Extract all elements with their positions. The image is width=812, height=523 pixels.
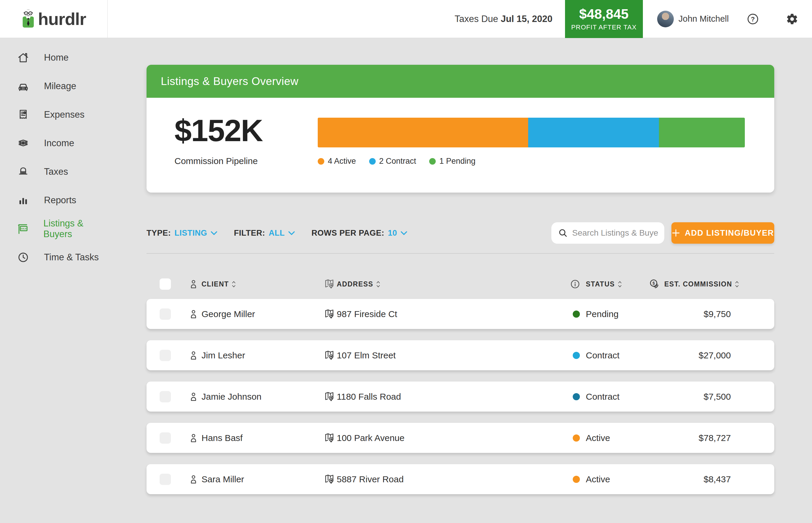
sidebar-item-label: Time & Tasks: [44, 252, 99, 263]
coin-icon: $: [649, 278, 660, 290]
profit-after-tax-widget[interactable]: $48,845 PROFIT AFTER TAX: [565, 0, 643, 38]
status-label: Pending: [586, 309, 618, 319]
estimated-commission: $9,750: [704, 309, 731, 319]
row-checkbox[interactable]: [160, 308, 171, 320]
table-row[interactable]: Jamie Johnson 1180 Falls Road Contract $…: [146, 382, 774, 412]
table-row[interactable]: Sara Miller 5887 River Road Active $8,43…: [146, 464, 774, 494]
sidebar-item-label: Mileage: [44, 81, 76, 92]
table-divider: [146, 253, 774, 254]
sidebar-item-time-tasks[interactable]: Time & Tasks: [0, 243, 108, 272]
table-header: CLIENT ADDRESS STATUS $: [146, 269, 774, 299]
chevron-down-icon: [401, 231, 407, 235]
row-checkbox[interactable]: [160, 432, 171, 444]
brand-name: hurdlr: [38, 9, 86, 29]
search-input[interactable]: [572, 228, 658, 238]
sidebar-item-listings-buyers[interactable]: SALE Listings & Buyers: [0, 215, 108, 243]
profit-amount: $48,845: [579, 6, 629, 22]
taxes-due-date: Jul 15, 2020: [501, 14, 553, 24]
person-icon: [188, 391, 199, 402]
tophat-icon: [17, 165, 30, 178]
client-name: Hans Basf: [201, 433, 242, 443]
sort-icon: [618, 280, 622, 288]
table-row[interactable]: George Miller 987 Fireside Ct Pending $9…: [146, 299, 774, 329]
sidebar-item-mileage[interactable]: Mileage: [0, 72, 108, 101]
chevron-down-icon: [211, 231, 217, 235]
bar-chart-icon: [17, 194, 30, 206]
legend-dot: [429, 158, 436, 165]
table-body: George Miller 987 Fireside Ct Pending $9…: [146, 299, 774, 494]
overview-card-header: Listings & Buyers Overview: [146, 65, 774, 98]
plus-icon: [672, 229, 680, 237]
legend-item-pending: 1 Pending: [429, 157, 475, 166]
filter-label: FILTER:: [234, 229, 265, 238]
filter-value: ALL: [269, 229, 285, 238]
estimated-commission: $27,000: [699, 350, 731, 360]
sidebar-item-label: Home: [44, 52, 69, 63]
app-logo[interactable]: hurdlr: [0, 0, 108, 38]
rows-per-page-dropdown[interactable]: ROWS PER PAGE: 10: [311, 229, 407, 238]
column-label: ADDRESS: [337, 280, 373, 288]
overview-card: Listings & Buyers Overview $152K Commiss…: [146, 65, 774, 193]
sidebar-item-reports[interactable]: Reports: [0, 186, 108, 215]
status-label: Contract: [586, 392, 619, 402]
svg-text:?: ?: [751, 15, 755, 22]
status-dot: [573, 476, 580, 483]
map-pin-icon: [324, 474, 335, 485]
svg-text:SALE: SALE: [21, 227, 27, 230]
client-name: Jamie Johnson: [201, 392, 261, 402]
estimated-commission: $78,727: [699, 433, 731, 443]
row-checkbox[interactable]: [160, 350, 171, 361]
pipeline-stat: $152K Commission Pipeline: [175, 115, 263, 166]
receipt-icon: [17, 108, 30, 121]
listing-address: 987 Fireside Ct: [337, 309, 397, 319]
column-label: CLIENT: [201, 280, 229, 288]
legend-label: 4 Active: [328, 157, 356, 166]
sidebar: Home Mileage Expenses Income: [0, 38, 108, 523]
table-row[interactable]: Jim Lesher 107 Elm Street Contract $27,0…: [146, 340, 774, 370]
row-checkbox[interactable]: [160, 391, 171, 402]
status-dot: [573, 310, 580, 318]
legend-item-contract: 2 Contract: [369, 157, 416, 166]
sidebar-item-taxes[interactable]: Taxes: [0, 158, 108, 186]
estimated-commission: $7,500: [704, 392, 731, 402]
sidebar-item-label: Income: [44, 138, 74, 149]
person-icon: [188, 309, 199, 320]
select-all-checkbox[interactable]: [160, 278, 171, 290]
table-row[interactable]: Hans Basf 100 Park Avenue Active $78,727: [146, 423, 774, 453]
sidebar-item-expenses[interactable]: Expenses: [0, 101, 108, 129]
add-listing-buyer-label: ADD LISTING/BUYER: [685, 229, 774, 238]
sidebar-item-home[interactable]: Home: [0, 43, 108, 72]
user-menu[interactable]: John Mitchell: [657, 11, 729, 27]
add-listing-buyer-button[interactable]: ADD LISTING/BUYER: [671, 222, 774, 244]
column-header-status[interactable]: STATUS: [586, 280, 622, 288]
help-icon[interactable]: ?: [746, 13, 759, 25]
legend-label: 2 Contract: [379, 157, 416, 166]
status-label: Active: [586, 474, 610, 484]
status-label: Contract: [586, 350, 619, 360]
type-value: LISTING: [175, 229, 207, 238]
sidebar-item-income[interactable]: Income: [0, 129, 108, 158]
column-header-commission[interactable]: EST. COMMISSION: [664, 280, 739, 288]
search-box[interactable]: [551, 222, 664, 244]
column-header-client[interactable]: CLIENT: [201, 280, 236, 288]
rows-per-page-value: 10: [388, 229, 397, 238]
taxes-due-text: Taxes Due Jul 15, 2020: [455, 14, 553, 24]
listing-address: 1180 Falls Road: [337, 392, 401, 402]
chevron-down-icon: [288, 231, 295, 235]
person-icon: [188, 433, 199, 444]
column-label: STATUS: [586, 280, 615, 288]
column-header-address[interactable]: ADDRESS: [337, 280, 380, 288]
profit-label: PROFIT AFTER TAX: [571, 23, 637, 31]
info-icon: [570, 279, 580, 289]
type-dropdown[interactable]: TYPE: LISTING: [146, 229, 217, 238]
legend-dot: [369, 158, 376, 165]
topbar: hurdlr Taxes Due Jul 15, 2020 $48,845 PR…: [0, 0, 812, 38]
overview-title: Listings & Buyers Overview: [161, 75, 299, 88]
map-pin-icon: [324, 350, 335, 361]
filter-dropdown[interactable]: FILTER: ALL: [234, 229, 295, 238]
sidebar-item-label: Reports: [44, 195, 76, 206]
gear-icon[interactable]: [786, 13, 798, 25]
pipeline-legend: 4 Active2 Contract1 Pending: [318, 157, 475, 166]
avatar[interactable]: [657, 11, 674, 27]
row-checkbox[interactable]: [160, 474, 171, 485]
